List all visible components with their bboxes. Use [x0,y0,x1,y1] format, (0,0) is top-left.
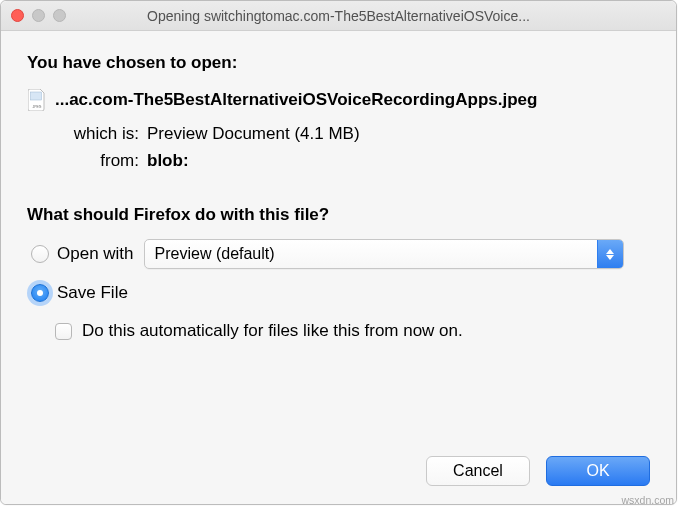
auto-checkbox[interactable] [55,323,72,340]
titlebar: Opening switchingtomac.com-The5BestAlter… [1,1,676,31]
save-file-radio[interactable] [31,284,49,302]
open-with-radio[interactable] [31,245,49,263]
open-with-row[interactable]: Open with Preview (default) [27,239,650,269]
open-with-label: Open with [57,244,134,264]
svg-rect-0 [31,92,42,100]
svg-text:JPEG: JPEG [33,105,42,109]
file-info: which is: Preview Document (4.1 MB) from… [27,125,650,169]
dialog-content: You have chosen to open: JPEG ...ac.com-… [1,31,676,504]
jpeg-file-icon: JPEG [27,89,47,111]
cancel-button[interactable]: Cancel [426,456,530,486]
filename: ...ac.com-The5BestAlternativeiOSVoiceRec… [55,90,537,110]
ok-button[interactable]: OK [546,456,650,486]
dialog-buttons: Cancel OK [426,456,650,486]
file-row: JPEG ...ac.com-The5BestAlternativeiOSVoi… [27,89,650,111]
which-is-label: which is: [49,125,139,142]
window-title: Opening switchingtomac.com-The5BestAlter… [1,8,676,24]
save-file-label: Save File [57,283,128,303]
download-dialog: Opening switchingtomac.com-The5BestAlter… [0,0,677,505]
auto-row[interactable]: Do this automatically for files like thi… [27,321,650,341]
auto-label: Do this automatically for files like thi… [82,321,463,341]
select-stepper-icon[interactable] [597,240,623,268]
from-label: from: [49,152,139,169]
watermark: wsxdn.com [621,494,674,506]
action-question: What should Firefox do with this file? [27,205,650,225]
from-value: blob: [147,152,189,169]
open-with-app-value: Preview (default) [145,245,597,263]
save-file-row[interactable]: Save File [27,283,650,303]
open-heading: You have chosen to open: [27,53,650,73]
open-with-app-select[interactable]: Preview (default) [144,239,624,269]
which-is-value: Preview Document (4.1 MB) [147,125,360,142]
